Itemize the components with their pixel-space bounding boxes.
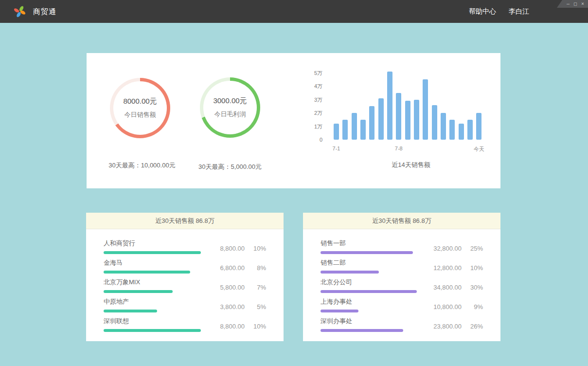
- list-item-percent: 8%: [245, 264, 266, 278]
- daily-sales-bar: [459, 124, 464, 140]
- profit-30d-max-caption: 30天最高：5,000.00元: [174, 163, 286, 171]
- customer-panel-title: 近30天销售额 86.8万: [86, 213, 284, 229]
- list-item-percent: 10%: [245, 323, 266, 336]
- list-item-bar-fill: [104, 271, 190, 274]
- list-item-bar-track: [104, 329, 201, 332]
- list-item-name: 北京分公司: [321, 278, 423, 287]
- list-item-left: 中原地产: [104, 297, 206, 317]
- list-item-values: 5,800.00 7%: [206, 278, 266, 297]
- close-icon[interactable]: ×: [581, 1, 584, 6]
- daily-sales-bar: [387, 72, 392, 140]
- app-title: 商贸通: [33, 0, 56, 23]
- y-axis-tick-label: 3万: [305, 97, 322, 103]
- daily-sales-bar: [360, 120, 366, 140]
- list-item-percent: 10%: [245, 245, 266, 258]
- list-item-bar-fill: [104, 310, 157, 312]
- list-item-name: 上海办事处: [321, 297, 423, 306]
- daily-sales-bar: [414, 100, 419, 140]
- today-sales-donut-center: 8000.00元 今日销售额: [113, 81, 167, 135]
- list-item-bar-track: [104, 310, 201, 312]
- window-controls: — □ ×: [557, 0, 588, 8]
- maximize-icon[interactable]: □: [574, 1, 577, 6]
- y-axis-tick-label: 4万: [305, 83, 322, 89]
- daily-sales-bar: [334, 124, 339, 140]
- list-item-name: 中原地产: [104, 297, 206, 306]
- list-item-left: 人和商贸行: [104, 239, 206, 258]
- list-item-left: 上海办事处: [321, 297, 423, 317]
- list-item-bar-fill: [104, 251, 201, 254]
- list-item-amount: 32,800.00: [423, 245, 462, 258]
- list-item-name: 北京万象MIX: [104, 278, 206, 287]
- list-item-left: 北京万象MIX: [104, 278, 206, 297]
- list-item-values: 8,800.00 10%: [206, 317, 266, 336]
- list-item: 北京分公司 34,800.00 30%: [321, 278, 483, 297]
- list-item-amount: 8,800.00: [206, 245, 245, 258]
- list-item-left: 销售一部: [321, 239, 423, 258]
- daily-sales-bar: [476, 113, 481, 140]
- overview-card: 8000.00元 今日销售额 30天最高：10,000.00元 3000.00元…: [87, 53, 500, 188]
- list-item-name: 金海马: [104, 258, 206, 267]
- y-axis-tick-label: 1万: [305, 124, 322, 129]
- list-item: 金海马 6,800.00 8%: [104, 258, 266, 278]
- list-item-amount: 34,800.00: [423, 284, 462, 297]
- list-item-name: 销售二部: [321, 258, 423, 267]
- x-axis-tick-label: 7-8: [389, 146, 409, 151]
- daily-sales-bar: [467, 120, 473, 140]
- daily-sales-bar: [449, 120, 455, 140]
- today-sales-label: 今日销售额: [125, 110, 156, 119]
- list-item-left: 销售二部: [321, 258, 423, 278]
- list-item-values: 12,800.00 10%: [423, 258, 483, 278]
- list-item-percent: 10%: [462, 264, 483, 278]
- list-item-amount: 12,800.00: [423, 264, 462, 278]
- daily-sales-bar: [396, 93, 401, 140]
- list-item-amount: 23,800.00: [423, 323, 462, 336]
- list-item: 北京万象MIX 5,800.00 7%: [104, 278, 266, 297]
- daily-sales-bar: [405, 101, 410, 140]
- today-profit-donut-center: 3000.00元 今日毛利润: [203, 81, 257, 134]
- list-item-bar-track: [321, 310, 418, 312]
- daily-sales-bar: [369, 106, 374, 140]
- list-item-bar-fill: [321, 251, 413, 254]
- x-axis-tick-label: 今天: [469, 146, 489, 153]
- list-item-bar-track: [321, 290, 418, 293]
- username-link[interactable]: 李白江: [509, 7, 529, 16]
- list-item-percent: 30%: [462, 284, 483, 297]
- list-item-bar-fill: [321, 329, 403, 332]
- list-item: 销售一部 32,800.00 25%: [321, 239, 483, 258]
- list-item: 上海办事处 10,800.00 9%: [321, 297, 483, 317]
- list-item-amount: 6,800.00: [206, 264, 245, 278]
- daily-sales-bar: [423, 79, 428, 140]
- list-item-bar-track: [104, 251, 201, 254]
- list-item-values: 32,800.00 25%: [423, 239, 483, 258]
- list-item-name: 销售一部: [321, 239, 423, 248]
- list-item-name: 人和商贸行: [104, 239, 206, 248]
- list-item-percent: 7%: [245, 284, 266, 297]
- daily-sales-bar: [342, 120, 348, 140]
- list-item-values: 34,800.00 30%: [423, 278, 483, 297]
- list-item-values: 10,800.00 9%: [423, 297, 483, 317]
- list-item-bar-fill: [321, 310, 358, 312]
- list-item-amount: 3,800.00: [206, 303, 245, 317]
- list-item-bar-fill: [104, 290, 173, 293]
- list-item-bar-track: [104, 271, 201, 274]
- list-item-percent: 26%: [462, 323, 483, 336]
- minimize-icon[interactable]: —: [567, 1, 570, 6]
- list-item-bar-track: [321, 329, 418, 332]
- list-item-percent: 5%: [245, 303, 266, 317]
- today-sales-donut: 8000.00元 今日销售额: [110, 78, 170, 138]
- list-item-amount: 5,800.00: [206, 284, 245, 297]
- help-center-link[interactable]: 帮助中心: [469, 7, 496, 16]
- list-item-percent: 9%: [462, 303, 483, 317]
- sales-14d-chart-title: 近14天销售额: [319, 161, 503, 169]
- topbar: 商贸通 帮助中心 李白江 — □ ×: [0, 0, 588, 23]
- department-list: 销售一部 32,800.00 25% 销售二部 12,800.00 10% 北京…: [303, 229, 500, 336]
- department-sales-panel: 近30天销售额 86.8万 销售一部 32,800.00 25% 销售二部 12…: [303, 213, 500, 341]
- pinwheel-logo-icon: [13, 5, 26, 18]
- daily-sales-bar: [441, 113, 446, 140]
- y-axis-tick-label: 5万: [305, 70, 322, 76]
- list-item-left: 深圳联想: [104, 317, 206, 336]
- list-item-left: 北京分公司: [321, 278, 423, 297]
- list-item-amount: 8,800.00: [206, 323, 245, 336]
- department-panel-title: 近30天销售额 86.8万: [303, 213, 500, 229]
- today-profit-value: 3000.00元: [213, 96, 247, 106]
